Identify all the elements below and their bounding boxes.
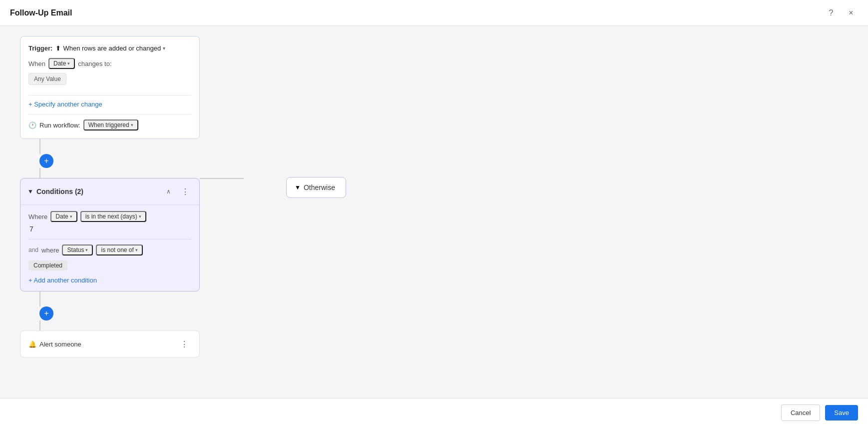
otherwise-wrapper: ▼ Otherwise [244,177,346,198]
save-button[interactable]: Save [825,405,858,420]
cond1-field-chevron: ▾ [70,214,72,219]
run-chevron-icon: ▾ [131,122,133,128]
add-step-button-2[interactable]: + [39,306,53,320]
chevron-up-icon: ∧ [166,188,171,195]
and-where-row: and where Status ▾ is not one of ▾ [28,244,191,256]
bell-icon: 🔔 [28,340,36,348]
cond1-op-chevron: ▾ [139,214,141,219]
and-label: and [28,246,38,254]
date-field-text: Date [53,60,66,67]
conditions-header: ▼ Conditions (2) ∧ ⋮ [20,178,199,204]
condition-1-field[interactable]: Date ▾ [50,211,77,222]
alert-more-button[interactable]: ⋮ [177,337,191,351]
run-workflow-row: 🕐 Run workflow: When triggered ▾ [28,120,191,130]
otherwise-label: Otherwise [304,184,335,192]
add-condition-link[interactable]: + Add another condition [28,276,191,284]
cond2-field-chevron: ▾ [85,248,88,252]
connector-line-2 [39,168,40,178]
conditions-body: Where Date ▾ is in the next (days) ▾ [20,204,199,291]
condition-2-field[interactable]: Status ▾ [62,244,93,256]
otherwise-card: ▼ Otherwise [286,177,346,198]
connector-line-3 [39,292,40,306]
modal-header-actions: ? × [824,6,858,20]
condition-2-operator[interactable]: is not one of ▾ [96,244,142,256]
condition-row-2: and where Status ▾ is not one of ▾ [28,244,191,270]
changes-to-text: changes to: [78,60,111,68]
collapse-conditions-button[interactable]: ∧ [161,184,175,198]
modal: Follow-Up Email ? × Trigger: ⬆ When rows… [0,0,868,427]
trigger-dropdown[interactable]: ⬆ When rows are added or changed ▾ [55,44,165,52]
completed-chip: Completed [28,260,67,270]
trigger-divider [28,95,191,96]
where2-label: where [41,246,59,254]
conditions-more-button[interactable]: ⋮ [178,184,192,198]
any-value-chip: Any Value [28,73,66,85]
specify-another-change-link[interactable]: + Specify another change [28,100,191,108]
date-field-chip[interactable]: Date ▾ [48,58,75,69]
where-label: Where [28,213,47,220]
filter-icon: ▼ [27,188,33,195]
conditions-title: ▼ Conditions (2) [27,188,83,196]
trigger-divider-2 [28,114,191,114]
when-label: When [28,60,45,68]
cond2-op-chevron: ▾ [135,248,138,252]
clock-icon: 🕐 [28,122,36,129]
trigger-when-row: When Date ▾ changes to: [28,58,191,69]
field-chevron-icon: ▾ [67,61,70,66]
run-workflow-dropdown[interactable]: When triggered ▾ [83,120,138,130]
modal-title: Follow-Up Email [10,8,72,18]
close-icon: × [849,8,853,18]
conditions-actions: ∧ ⋮ [161,184,192,198]
otherwise-filter-icon: ▼ [295,184,301,191]
alert-more-icon: ⋮ [180,340,188,349]
condition-1-top: Where Date ▾ is in the next (days) ▾ [28,211,191,222]
workflow-column: Trigger: ⬆ When rows are added or change… [10,36,858,358]
trigger-dropdown-text: When rows are added or changed [63,44,161,52]
add-step-button-1[interactable]: + [39,154,53,168]
trigger-label-row: Trigger: ⬆ When rows are added or change… [28,44,191,52]
condition-1-operator[interactable]: is in the next (days) ▾ [80,211,146,222]
condition-divider [28,239,191,240]
connector-line-1 [39,139,40,154]
branch-horizontal-line [200,178,244,179]
close-button[interactable]: × [844,6,858,20]
chevron-down-icon: ▾ [163,46,165,51]
cancel-button[interactable]: Cancel [781,404,820,421]
upload-icon: ⬆ [55,44,61,52]
alert-card: 🔔 Alert someone ⋮ [20,330,200,358]
modal-footer: Cancel Save [0,398,868,427]
more-dots-icon: ⋮ [181,187,189,196]
alert-label: 🔔 Alert someone [28,340,81,348]
modal-body: Trigger: ⬆ When rows are added or change… [0,26,868,398]
branch-section: ▼ Conditions (2) ∧ ⋮ [20,178,200,292]
help-icon: ? [829,8,834,18]
condition-row-1: Where Date ▾ is in the next (days) ▾ [28,211,191,233]
condition-1-value: 7 [28,225,191,233]
alert-text: Alert someone [39,340,81,348]
trigger-card: Trigger: ⬆ When rows are added or change… [20,36,200,139]
run-workflow-label: Run workflow: [39,122,80,129]
trigger-text: Trigger: [28,44,52,52]
connector-line-4 [39,320,40,330]
modal-header: Follow-Up Email ? × [0,0,868,26]
help-button[interactable]: ? [824,6,838,20]
conditions-card: ▼ Conditions (2) ∧ ⋮ [20,178,200,292]
